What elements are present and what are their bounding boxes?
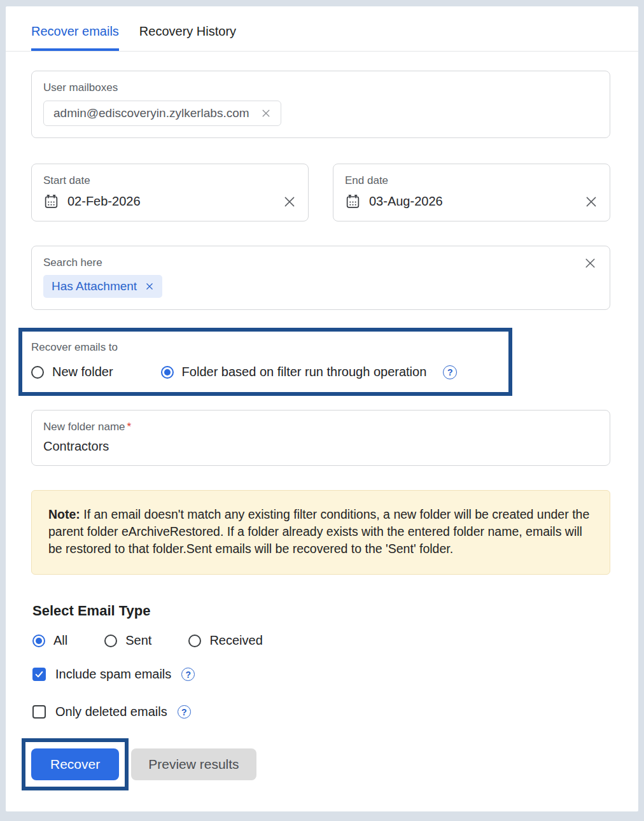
- radio-new-folder-label: New folder: [52, 365, 113, 379]
- radio-circle-icon[interactable]: [31, 366, 44, 379]
- search-clear-icon[interactable]: [584, 256, 597, 270]
- help-icon[interactable]: ?: [181, 668, 195, 681]
- help-icon[interactable]: ?: [178, 705, 191, 719]
- calendar-icon[interactable]: [345, 193, 361, 209]
- search-filter-chip[interactable]: Has Attachment: [43, 275, 162, 298]
- mailbox-chip-remove-icon[interactable]: [261, 108, 271, 118]
- radio-sent[interactable]: Sent: [104, 633, 151, 648]
- new-folder-name-label-text: New folder name: [43, 421, 125, 433]
- action-buttons-row: Recover Preview results: [22, 738, 638, 790]
- mailbox-chip[interactable]: admin@ediscoveryin.zylkerlabs.com: [43, 101, 281, 126]
- help-icon[interactable]: ?: [443, 365, 457, 379]
- radio-circle-icon[interactable]: [104, 635, 117, 647]
- tab-recovery-history[interactable]: Recovery History: [139, 24, 236, 51]
- radio-new-folder[interactable]: New folder: [31, 365, 113, 379]
- end-date-clear-icon[interactable]: [584, 195, 598, 209]
- recover-emails-to-label: Recover emails to: [31, 341, 500, 354]
- end-date-value[interactable]: 03-Aug-2026: [369, 194, 443, 209]
- end-date-field[interactable]: End date 03-Aug-2026: [333, 164, 610, 221]
- radio-folder-based-on-filter[interactable]: Folder based on filter run through opera…: [161, 365, 458, 379]
- only-deleted-emails-option[interactable]: Only deleted emails ?: [32, 705, 638, 719]
- calendar-icon[interactable]: [43, 193, 59, 209]
- radio-circle-icon[interactable]: [188, 635, 201, 647]
- required-asterisk: *: [127, 421, 132, 433]
- include-spam-emails-option[interactable]: Include spam emails ?: [32, 667, 638, 682]
- recover-button[interactable]: Recover: [31, 748, 119, 780]
- note-prefix: Note:: [48, 507, 80, 521]
- radio-received-label: Received: [209, 633, 262, 648]
- radio-sent-label: Sent: [125, 633, 151, 648]
- radio-folder-based-label: Folder based on filter run through opera…: [182, 365, 427, 379]
- include-spam-label: Include spam emails: [55, 667, 171, 682]
- new-folder-name-input[interactable]: Contractors: [43, 439, 598, 454]
- new-folder-name-field[interactable]: New folder name* Contractors: [31, 410, 610, 466]
- start-date-value[interactable]: 02-Feb-2026: [67, 194, 141, 209]
- date-range-row: Start date 02-Feb-2026: [31, 164, 610, 221]
- only-deleted-label: Only deleted emails: [55, 705, 167, 719]
- search-label: Search here: [43, 256, 598, 269]
- radio-circle-icon[interactable]: [32, 635, 45, 647]
- preview-results-button[interactable]: Preview results: [131, 748, 256, 780]
- recover-button-highlight: Recover: [22, 738, 129, 790]
- note-box: Note: If an email doesn't match any exis…: [31, 490, 610, 575]
- search-field[interactable]: Search here Has Attachment: [31, 246, 610, 310]
- tab-recover-emails[interactable]: Recover emails: [31, 24, 119, 51]
- tab-bar: Recover emails Recovery History: [6, 6, 638, 52]
- new-folder-name-label: New folder name*: [43, 421, 598, 433]
- recover-emails-page: Recover emails Recovery History User mai…: [6, 6, 638, 811]
- radio-all[interactable]: All: [32, 633, 67, 648]
- radio-received[interactable]: Received: [188, 633, 262, 648]
- search-filter-chip-remove-icon[interactable]: [145, 282, 154, 291]
- end-date-label: End date: [345, 174, 598, 187]
- start-date-clear-icon[interactable]: [283, 195, 297, 209]
- mailbox-chip-text: admin@ediscoveryin.zylkerlabs.com: [53, 106, 249, 120]
- checkbox-only-deleted[interactable]: [32, 705, 46, 719]
- radio-circle-icon[interactable]: [161, 366, 174, 379]
- select-email-type-heading: Select Email Type: [32, 603, 610, 619]
- recover-emails-to-section: Recover emails to New folder Folder base…: [18, 328, 512, 396]
- search-filter-chip-text: Has Attachment: [52, 279, 137, 293]
- start-date-label: Start date: [43, 174, 297, 187]
- note-text: If an email doesn't match any existing f…: [48, 507, 589, 556]
- checkbox-include-spam[interactable]: [32, 668, 46, 681]
- start-date-field[interactable]: Start date 02-Feb-2026: [31, 164, 309, 221]
- user-mailboxes-field[interactable]: User mailboxes admin@ediscoveryin.zylker…: [31, 71, 610, 138]
- user-mailboxes-label: User mailboxes: [43, 81, 598, 94]
- radio-all-label: All: [53, 633, 67, 648]
- select-email-type-section: Select Email Type All Sent Received: [32, 603, 610, 648]
